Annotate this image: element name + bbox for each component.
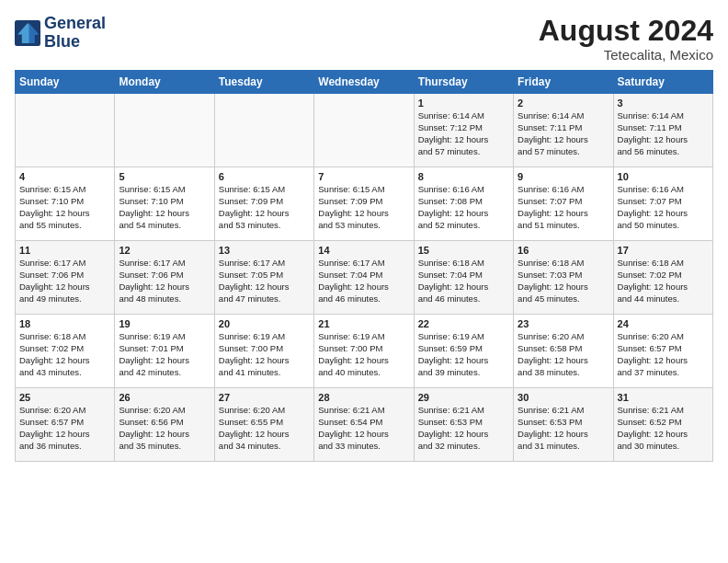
day-content: Sunrise: 6:18 AM Sunset: 7:03 PM Dayligh… xyxy=(518,258,609,304)
calendar-cell: 23Sunrise: 6:20 AM Sunset: 6:58 PM Dayli… xyxy=(514,315,613,388)
calendar-cell: 13Sunrise: 6:17 AM Sunset: 7:05 PM Dayli… xyxy=(214,241,313,315)
calendar-cell: 3Sunrise: 6:14 AM Sunset: 7:11 PM Daylig… xyxy=(613,94,712,167)
calendar-cell: 26Sunrise: 6:20 AM Sunset: 6:56 PM Dayli… xyxy=(115,388,214,462)
day-number: 11 xyxy=(19,245,110,256)
calendar-cell: 19Sunrise: 6:19 AM Sunset: 7:01 PM Dayli… xyxy=(115,315,214,388)
day-number: 24 xyxy=(618,318,709,329)
calendar-cell: 17Sunrise: 6:18 AM Sunset: 7:02 PM Dayli… xyxy=(613,241,712,315)
day-number: 17 xyxy=(618,245,709,256)
day-content: Sunrise: 6:19 AM Sunset: 7:00 PM Dayligh… xyxy=(318,331,409,378)
day-number: 28 xyxy=(318,392,409,403)
day-number: 20 xyxy=(219,318,310,329)
calendar-cell: 31Sunrise: 6:21 AM Sunset: 6:52 PM Dayli… xyxy=(613,388,712,462)
day-number: 10 xyxy=(618,171,709,182)
day-content: Sunrise: 6:15 AM Sunset: 7:09 PM Dayligh… xyxy=(219,184,310,231)
day-number: 15 xyxy=(418,245,509,256)
day-content: Sunrise: 6:21 AM Sunset: 6:52 PM Dayligh… xyxy=(618,405,709,452)
day-content: Sunrise: 6:14 AM Sunset: 7:11 PM Dayligh… xyxy=(618,110,709,157)
day-content: Sunrise: 6:17 AM Sunset: 7:06 PM Dayligh… xyxy=(119,258,210,304)
calendar-cell: 5Sunrise: 6:15 AM Sunset: 7:10 PM Daylig… xyxy=(115,167,214,241)
calendar-cell: 18Sunrise: 6:18 AM Sunset: 7:02 PM Dayli… xyxy=(16,315,115,388)
day-content: Sunrise: 6:20 AM Sunset: 6:57 PM Dayligh… xyxy=(618,331,709,378)
calendar-cell: 6Sunrise: 6:15 AM Sunset: 7:09 PM Daylig… xyxy=(214,167,313,241)
day-number: 1 xyxy=(418,98,509,109)
day-number: 22 xyxy=(418,318,509,329)
day-content: Sunrise: 6:21 AM Sunset: 6:53 PM Dayligh… xyxy=(418,405,509,452)
day-content: Sunrise: 6:19 AM Sunset: 6:59 PM Dayligh… xyxy=(418,331,509,378)
header-cell-friday: Friday xyxy=(514,71,613,94)
day-number: 31 xyxy=(618,392,709,403)
calendar-cell xyxy=(314,94,414,167)
logo-icon xyxy=(15,20,40,46)
header-cell-sunday: Sunday xyxy=(16,71,115,94)
day-number: 23 xyxy=(518,318,609,329)
day-number: 27 xyxy=(219,392,310,403)
day-number: 4 xyxy=(19,171,110,182)
title-block: August 2024 Tetecalita, Mexico xyxy=(539,15,713,63)
day-content: Sunrise: 6:19 AM Sunset: 7:01 PM Dayligh… xyxy=(119,331,210,378)
day-number: 9 xyxy=(518,171,609,182)
calendar-title: August 2024 xyxy=(539,15,713,47)
day-number: 7 xyxy=(318,171,409,182)
day-number: 6 xyxy=(219,171,310,182)
calendar-cell: 25Sunrise: 6:20 AM Sunset: 6:57 PM Dayli… xyxy=(16,388,115,462)
day-number: 5 xyxy=(119,171,210,182)
header-cell-wednesday: Wednesday xyxy=(314,71,414,94)
day-number: 18 xyxy=(19,318,110,329)
day-content: Sunrise: 6:16 AM Sunset: 7:07 PM Dayligh… xyxy=(518,184,609,231)
calendar-table: SundayMondayTuesdayWednesdayThursdayFrid… xyxy=(15,70,713,462)
logo: General Blue xyxy=(15,15,106,52)
calendar-cell: 7Sunrise: 6:15 AM Sunset: 7:09 PM Daylig… xyxy=(314,167,414,241)
calendar-cell: 4Sunrise: 6:15 AM Sunset: 7:10 PM Daylig… xyxy=(16,167,115,241)
calendar-subtitle: Tetecalita, Mexico xyxy=(539,47,713,63)
day-content: Sunrise: 6:20 AM Sunset: 6:58 PM Dayligh… xyxy=(518,331,609,378)
day-content: Sunrise: 6:21 AM Sunset: 6:54 PM Dayligh… xyxy=(318,405,409,452)
calendar-cell: 12Sunrise: 6:17 AM Sunset: 7:06 PM Dayli… xyxy=(115,241,214,315)
calendar-body: 1Sunrise: 6:14 AM Sunset: 7:12 PM Daylig… xyxy=(16,94,713,462)
header-cell-saturday: Saturday xyxy=(613,71,712,94)
day-content: Sunrise: 6:19 AM Sunset: 7:00 PM Dayligh… xyxy=(219,331,310,378)
day-content: Sunrise: 6:20 AM Sunset: 6:55 PM Dayligh… xyxy=(219,405,310,452)
header-row: SundayMondayTuesdayWednesdayThursdayFrid… xyxy=(16,71,713,94)
calendar-cell: 2Sunrise: 6:14 AM Sunset: 7:11 PM Daylig… xyxy=(514,94,613,167)
calendar-cell: 30Sunrise: 6:21 AM Sunset: 6:53 PM Dayli… xyxy=(514,388,613,462)
calendar-cell: 27Sunrise: 6:20 AM Sunset: 6:55 PM Dayli… xyxy=(214,388,313,462)
day-content: Sunrise: 6:18 AM Sunset: 7:04 PM Dayligh… xyxy=(418,258,509,304)
day-number: 2 xyxy=(518,98,609,109)
calendar-cell: 29Sunrise: 6:21 AM Sunset: 6:53 PM Dayli… xyxy=(414,388,513,462)
day-number: 8 xyxy=(418,171,509,182)
calendar-cell: 10Sunrise: 6:16 AM Sunset: 7:07 PM Dayli… xyxy=(613,167,712,241)
calendar-cell: 14Sunrise: 6:17 AM Sunset: 7:04 PM Dayli… xyxy=(314,241,414,315)
day-number: 21 xyxy=(318,318,409,329)
header-cell-tuesday: Tuesday xyxy=(214,71,313,94)
day-content: Sunrise: 6:16 AM Sunset: 7:07 PM Dayligh… xyxy=(618,184,709,231)
day-number: 3 xyxy=(618,98,709,109)
day-content: Sunrise: 6:17 AM Sunset: 7:05 PM Dayligh… xyxy=(219,258,310,304)
day-number: 14 xyxy=(318,245,409,256)
logo-text: General Blue xyxy=(44,15,106,52)
day-number: 19 xyxy=(119,318,210,329)
day-content: Sunrise: 6:14 AM Sunset: 7:11 PM Dayligh… xyxy=(518,110,609,157)
calendar-cell: 8Sunrise: 6:16 AM Sunset: 7:08 PM Daylig… xyxy=(414,167,513,241)
week-row-0: 1Sunrise: 6:14 AM Sunset: 7:12 PM Daylig… xyxy=(16,94,713,167)
calendar-cell: 1Sunrise: 6:14 AM Sunset: 7:12 PM Daylig… xyxy=(414,94,513,167)
day-number: 26 xyxy=(119,392,210,403)
calendar-cell: 20Sunrise: 6:19 AM Sunset: 7:00 PM Dayli… xyxy=(214,315,313,388)
day-content: Sunrise: 6:18 AM Sunset: 7:02 PM Dayligh… xyxy=(19,331,110,378)
calendar-cell: 24Sunrise: 6:20 AM Sunset: 6:57 PM Dayli… xyxy=(613,315,712,388)
week-row-4: 25Sunrise: 6:20 AM Sunset: 6:57 PM Dayli… xyxy=(16,388,713,462)
page-header: General Blue August 2024 Tetecalita, Mex… xyxy=(15,15,713,63)
calendar-cell: 21Sunrise: 6:19 AM Sunset: 7:00 PM Dayli… xyxy=(314,315,414,388)
day-number: 29 xyxy=(418,392,509,403)
calendar-cell: 9Sunrise: 6:16 AM Sunset: 7:07 PM Daylig… xyxy=(514,167,613,241)
day-number: 16 xyxy=(518,245,609,256)
day-content: Sunrise: 6:20 AM Sunset: 6:57 PM Dayligh… xyxy=(19,405,110,452)
day-content: Sunrise: 6:15 AM Sunset: 7:10 PM Dayligh… xyxy=(19,184,110,231)
day-content: Sunrise: 6:18 AM Sunset: 7:02 PM Dayligh… xyxy=(618,258,709,304)
week-row-3: 18Sunrise: 6:18 AM Sunset: 7:02 PM Dayli… xyxy=(16,315,713,388)
day-content: Sunrise: 6:14 AM Sunset: 7:12 PM Dayligh… xyxy=(418,110,509,157)
header-cell-monday: Monday xyxy=(115,71,214,94)
week-row-2: 11Sunrise: 6:17 AM Sunset: 7:06 PM Dayli… xyxy=(16,241,713,315)
day-number: 25 xyxy=(19,392,110,403)
calendar-cell: 22Sunrise: 6:19 AM Sunset: 6:59 PM Dayli… xyxy=(414,315,513,388)
